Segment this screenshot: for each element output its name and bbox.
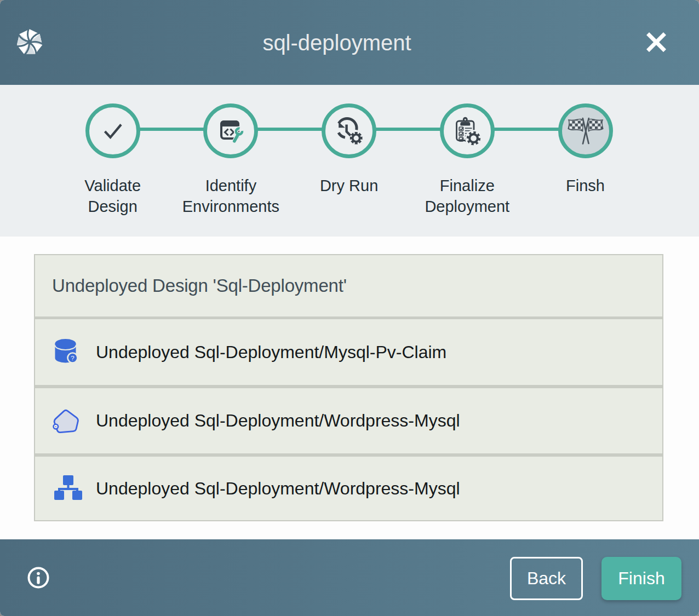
svg-text:?: ? xyxy=(71,355,74,361)
